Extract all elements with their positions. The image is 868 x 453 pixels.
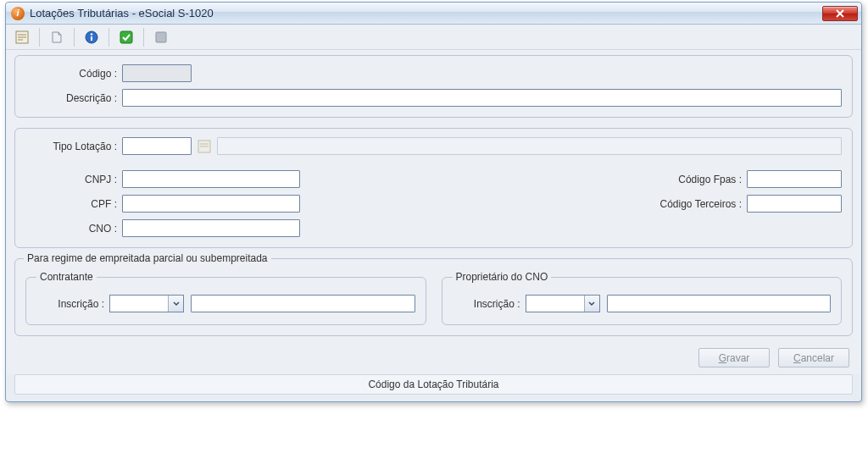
contratante-tipo-combo[interactable] — [109, 295, 184, 312]
button-bar: Gravar Cancelar — [14, 346, 853, 367]
group-regime: Para regime de empreitada parcial ou sub… — [14, 258, 853, 336]
client-area: Código : Descrição : Tipo Lotação : — [6, 50, 861, 374]
codigo-label: Código : — [25, 68, 117, 80]
svg-point-7 — [91, 33, 92, 35]
descricao-field[interactable] — [122, 89, 842, 107]
codigo-field[interactable] — [122, 64, 192, 82]
toolbar-delete-button[interactable] — [44, 26, 70, 48]
group-proprietario: Proprietário do CNO Inscrição : — [442, 271, 843, 325]
toolbar-separator — [39, 28, 40, 47]
toolbar-info-button[interactable] — [79, 26, 104, 48]
toolbar-separator — [74, 28, 75, 47]
form-icon — [14, 30, 30, 45]
group-contratante-title: Contratante — [36, 271, 97, 283]
codigo-terceiros-label: Código Terceiros : — [623, 198, 742, 210]
cancelar-button[interactable]: Cancelar — [778, 348, 849, 367]
cno-label: CNO : — [25, 223, 117, 235]
document-icon — [49, 30, 64, 45]
info-icon — [84, 30, 99, 45]
toolbar-new-button[interactable] — [9, 26, 35, 48]
svg-rect-8 — [91, 36, 92, 41]
tipo-lotacao-desc — [217, 137, 842, 155]
descricao-label: Descrição : — [25, 92, 117, 104]
gravar-button[interactable]: Gravar — [698, 348, 770, 367]
cpf-label: CPF : — [25, 198, 117, 210]
tipo-lotacao-field[interactable] — [122, 137, 192, 155]
group-detalhes: Tipo Lotação : CNPJ : — [14, 128, 853, 248]
window-title: Lotações Tributárias - eSocial S-1020 — [30, 7, 822, 19]
window: i Lotações Tributárias - eSocial S-1020 — [5, 2, 862, 402]
codigo-fpas-field[interactable] — [747, 170, 842, 188]
statusbar: Código da Lotação Tributária — [14, 374, 853, 395]
toolbar-separator — [108, 28, 109, 47]
record-icon — [153, 30, 169, 45]
app-icon: i — [11, 7, 25, 20]
contratante-inscricao-label: Inscrição : — [36, 298, 104, 310]
chevron-down-icon[interactable] — [168, 296, 183, 312]
cancelar-label-rest: ancelar — [801, 352, 834, 364]
cnpj-label: CNPJ : — [25, 174, 117, 185]
gravar-label-rest: ravar — [726, 352, 749, 364]
toolbar-separator — [143, 28, 144, 47]
gravar-hotkey: G — [719, 352, 726, 364]
statusbar-text: Código da Lotação Tributária — [368, 378, 498, 390]
proprietario-inscricao-label: Inscrição : — [453, 298, 520, 310]
group-regime-title: Para regime de empreitada parcial ou sub… — [24, 252, 271, 264]
codigo-fpas-label: Código Fpas : — [623, 174, 742, 185]
group-proprietario-title: Proprietário do CNO — [453, 271, 552, 283]
group-contratante: Contratante Inscrição : — [25, 271, 426, 325]
cno-field[interactable] — [122, 219, 300, 237]
tipo-lotacao-label: Tipo Lotação : — [25, 141, 117, 152]
toolbar — [6, 25, 861, 50]
proprietario-numero-field[interactable] — [607, 295, 832, 312]
lookup-icon[interactable] — [197, 139, 212, 154]
chevron-down-icon[interactable] — [584, 296, 599, 312]
cancelar-hotkey: C — [793, 352, 801, 364]
close-icon — [836, 9, 844, 18]
svg-rect-10 — [156, 32, 166, 42]
codigo-terceiros-field[interactable] — [747, 195, 842, 213]
cpf-field[interactable] — [122, 195, 300, 213]
close-button[interactable] — [822, 6, 858, 21]
cnpj-field[interactable] — [122, 170, 300, 188]
svg-rect-9 — [120, 31, 132, 43]
contratante-numero-field[interactable] — [191, 295, 415, 312]
toolbar-confirm-button[interactable] — [114, 26, 139, 48]
group-identificacao: Código : Descrição : — [14, 55, 853, 118]
confirm-icon — [119, 30, 134, 45]
proprietario-tipo-combo[interactable] — [526, 295, 600, 312]
toolbar-record-button[interactable] — [148, 26, 174, 48]
titlebar: i Lotações Tributárias - eSocial S-1020 — [6, 3, 861, 25]
